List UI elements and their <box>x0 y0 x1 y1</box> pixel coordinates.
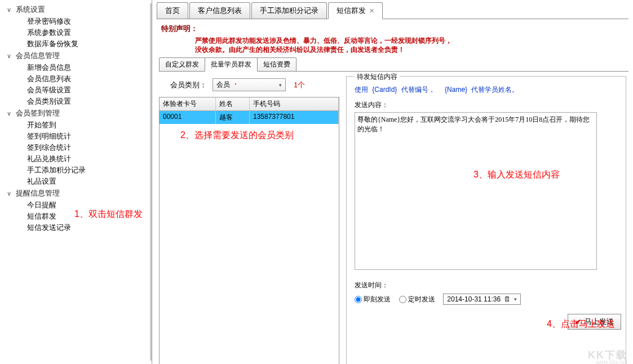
calendar-icon: 🗓 <box>504 295 511 303</box>
table-row[interactable]: 00001 越客 13587377801 <box>160 111 339 124</box>
subtab-custom[interactable]: 自定义群发 <box>159 57 205 71</box>
tab-sms-batch[interactable]: 短信群发✕ <box>328 2 383 19</box>
chevron-down-icon: ∨ <box>7 110 14 117</box>
sms-content-panel: 待发短信内容 使用 {CardId} 代替编号， {Name} 代替学员姓名。 … <box>346 76 626 364</box>
tree-item-manual-points[interactable]: 手工添加积分记录 <box>2 165 150 176</box>
subtabs: 自定义群发 批量学员群发 短信资费 <box>159 57 628 72</box>
chevron-down-icon: ∨ <box>7 52 14 60</box>
tree-item-start-checkin[interactable]: 开始签到 <box>2 119 150 131</box>
th-card: 体验者卡号 <box>160 97 216 110</box>
category-select[interactable]: 会员 ▾ <box>213 78 286 91</box>
send-button[interactable]: ✔ 马上发送 <box>568 314 621 330</box>
tree-item-today-reminder[interactable]: 今日提醒 <box>2 199 150 211</box>
notice-line1: 严禁使用此群发功能发送涉及色情、暴力、低俗、反动等言论，一经发现封锁序列号， <box>195 36 624 45</box>
tree-item-password[interactable]: 登录密码修改 <box>2 16 150 27</box>
th-phone: 手机号码 <box>250 97 339 110</box>
tree-item-sms-batch[interactable]: 短信群发 <box>2 211 150 222</box>
notice-line2: 没收余款。由此产生的相关经济纠纷以及法律责任，由发送者全负责！ <box>195 45 624 54</box>
notice-title: 特别声明： <box>161 24 624 34</box>
sidebar: ∨系统设置 登录密码修改 系统参数设置 数据库备份恢复 ∨会员信息管理 新增会员… <box>0 0 152 364</box>
close-icon[interactable]: ✕ <box>369 7 374 14</box>
tree-item-sms-log[interactable]: 短信发送记录 <box>2 222 150 233</box>
panel-legend: 待发短信内容 <box>355 72 400 82</box>
tree-item-gift-settings[interactable]: 礼品设置 <box>2 176 150 187</box>
notice: 特别声明： 严禁使用此群发功能发送涉及色情、暴力、低俗、反动等言论，一经发现封锁… <box>157 19 628 57</box>
tree-item-gift-exchange[interactable]: 礼品兑换统计 <box>2 153 150 165</box>
hint-text: 使用 {CardId} 代替编号， {Name} 代替学员姓名。 <box>355 85 621 95</box>
tree-member[interactable]: ∨会员信息管理 <box>2 50 150 62</box>
tree-item-backup[interactable]: 数据库备份恢复 <box>2 38 150 50</box>
tree-checkin[interactable]: ∨会员签到管理 <box>2 107 150 119</box>
tree-item-params[interactable]: 系统参数设置 <box>2 27 150 38</box>
tree-reminder[interactable]: ∨提醒信息管理 <box>2 187 150 199</box>
tree-item-checkin-detail[interactable]: 签到明细统计 <box>2 131 150 142</box>
subtab-cost[interactable]: 短信资费 <box>257 57 296 71</box>
th-name: 姓名 <box>216 97 250 110</box>
tree-item-add-member[interactable]: 新增会员信息 <box>2 62 150 73</box>
content-label: 发送内容： <box>355 100 621 110</box>
tree-item-checkin-summary[interactable]: 签到综合统计 <box>2 142 150 153</box>
category-label: 会员类别： <box>170 80 207 90</box>
tree-item-member-category[interactable]: 会员类别设置 <box>2 96 150 107</box>
chevron-down-icon: ▾ <box>514 296 517 302</box>
tab-customer-list[interactable]: 客户信息列表 <box>189 2 250 19</box>
member-table: 体验者卡号 姓名 手机号码 00001 越客 13587377801 <box>159 97 339 364</box>
tab-manual-points[interactable]: 手工添加积分记录 <box>251 2 327 19</box>
sendtime-label: 发送时间： <box>355 281 621 290</box>
datetime-picker[interactable]: 2014-10-31 11:36 🗓 ▾ <box>443 294 521 305</box>
count-label: 1个 <box>294 80 305 90</box>
check-icon: ✔ <box>575 318 581 326</box>
radio-now[interactable]: 即刻发送 <box>355 295 391 304</box>
tabs-top: 首页 客户信息列表 手工添加积分记录 短信群发✕ <box>157 2 628 19</box>
chevron-down-icon: ∨ <box>7 6 14 14</box>
tree-item-member-list[interactable]: 会员信息列表 <box>2 73 150 85</box>
tree-item-member-level[interactable]: 会员等级设置 <box>2 85 150 96</box>
chevron-down-icon: ▾ <box>279 82 282 88</box>
subtab-batch[interactable]: 批量学员群发 <box>205 57 258 72</box>
tab-home[interactable]: 首页 <box>157 2 188 19</box>
sms-content-input[interactable] <box>355 112 597 270</box>
tree-system[interactable]: ∨系统设置 <box>2 3 150 16</box>
radio-later[interactable]: 定时发送 <box>399 295 435 304</box>
chevron-down-icon: ∨ <box>7 190 14 197</box>
